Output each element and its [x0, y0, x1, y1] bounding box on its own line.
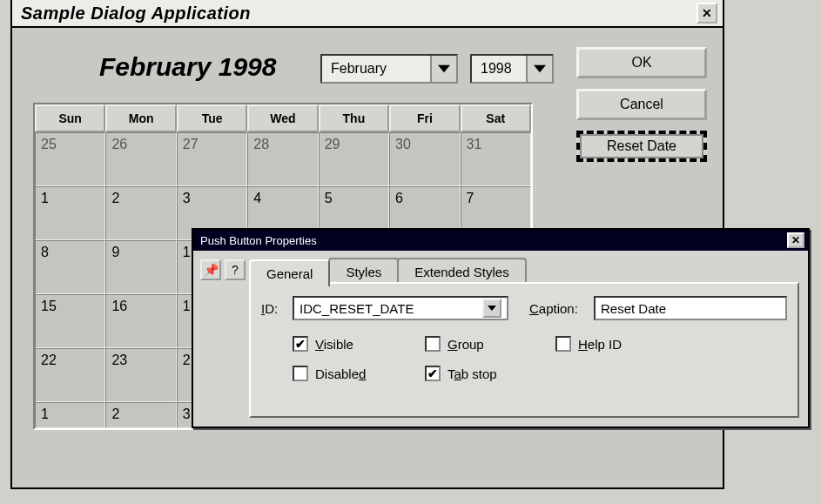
- year-select[interactable]: 1998: [470, 54, 554, 84]
- tab-extended-styles[interactable]: Extended Styles: [397, 258, 526, 285]
- ok-button-label: OK: [631, 55, 651, 71]
- helpid-label: Help ID: [578, 337, 622, 352]
- calendar-header-sun: Sun: [35, 104, 105, 132]
- helpid-checkbox[interactable]: Help ID: [555, 336, 622, 352]
- year-select-value: 1998: [472, 61, 526, 77]
- id-value: IDC_RESET_DATE: [299, 301, 414, 316]
- calendar-header-fri: Fri: [389, 104, 460, 132]
- tab-styles-label: Styles: [346, 265, 381, 279]
- caption-label: Caption:: [529, 301, 578, 316]
- calendar-cell[interactable]: 15: [35, 294, 105, 348]
- month-select-value: February: [322, 61, 430, 77]
- calendar-cell[interactable]: 28: [247, 132, 318, 186]
- calendar-month-heading: February 1998: [99, 52, 276, 82]
- calendar-cell[interactable]: 16: [105, 294, 176, 348]
- calendar-cell[interactable]: 1: [35, 186, 105, 240]
- svg-marker-2: [488, 306, 496, 311]
- main-dialog-close-button[interactable]: ✕: [697, 3, 717, 24]
- id-label: ID:: [261, 301, 278, 316]
- chevron-down-icon: [534, 64, 546, 73]
- calendar-header-thu: Thu: [319, 104, 389, 132]
- svg-marker-0: [438, 65, 450, 72]
- calendar-header-row: Sun Mon Tue Wed Thu Fri Sat: [35, 104, 531, 132]
- properties-tabbar: General Styles Extended Styles: [249, 258, 525, 285]
- calendar-cell[interactable]: 2: [105, 186, 176, 240]
- id-dropdown-button[interactable]: [482, 299, 501, 318]
- calendar-cell[interactable]: 27: [177, 132, 247, 186]
- tab-general[interactable]: General: [249, 259, 330, 286]
- calendar-header-mon: Mon: [105, 104, 176, 132]
- visible-checkbox[interactable]: ✔ Visible: [293, 336, 353, 352]
- calendar-cell[interactable]: 1: [35, 402, 105, 428]
- disabled-label: Disabled: [315, 366, 366, 381]
- calendar-cell[interactable]: 25: [35, 132, 105, 186]
- main-dialog-titlebar: Sample Dialog Application ✕: [12, 0, 723, 28]
- year-select-dropdown-button[interactable]: [526, 56, 552, 82]
- checkbox-icon: [425, 336, 441, 352]
- month-select-dropdown-button[interactable]: [430, 56, 456, 82]
- main-dialog-title: Sample Dialog Application: [21, 3, 251, 24]
- month-select[interactable]: February: [320, 54, 458, 84]
- calendar-header-tue: Tue: [177, 104, 247, 132]
- properties-tool-icons: 📌 ?: [200, 259, 246, 280]
- calendar-row: 25262728293031: [35, 132, 531, 186]
- calendar-cell[interactable]: 23: [105, 348, 176, 402]
- close-icon: ✕: [791, 234, 800, 246]
- properties-close-button[interactable]: ✕: [787, 232, 804, 248]
- calendar-cell[interactable]: 26: [105, 132, 176, 186]
- tab-styles[interactable]: Styles: [328, 258, 399, 285]
- id-combobox[interactable]: IDC_RESET_DATE: [293, 296, 508, 320]
- checkbox-icon: ✔: [293, 336, 308, 352]
- chevron-down-icon: [438, 64, 450, 73]
- properties-body: 📌 ? General Styles Extended Styles ID: I…: [193, 251, 808, 427]
- pin-icon[interactable]: 📌: [200, 259, 221, 280]
- properties-title: Push Button Properties: [200, 234, 317, 247]
- cancel-button-label: Cancel: [620, 97, 663, 112]
- calendar-header-sat: Sat: [461, 104, 531, 132]
- ok-button[interactable]: OK: [576, 47, 707, 78]
- group-label: Group: [448, 337, 484, 352]
- caption-input[interactable]: Reset Date: [594, 296, 787, 320]
- reset-date-button[interactable]: Reset Date: [576, 131, 707, 162]
- calendar-cell[interactable]: 30: [389, 132, 460, 186]
- visible-label: Visible: [315, 337, 353, 352]
- properties-panel-general: ID: IDC_RESET_DATE Caption: Reset Date ✔…: [249, 282, 799, 418]
- properties-titlebar: Push Button Properties ✕: [193, 230, 808, 251]
- tabstop-label: Tab stop: [448, 366, 497, 381]
- calendar-cell[interactable]: 31: [461, 132, 531, 186]
- tabstop-checkbox[interactable]: ✔ Tab stop: [425, 366, 497, 381]
- disabled-checkbox[interactable]: Disabled: [293, 366, 366, 381]
- group-checkbox[interactable]: Group: [425, 336, 484, 352]
- tab-general-label: General: [266, 266, 313, 281]
- tab-extended-styles-label: Extended Styles: [414, 265, 508, 279]
- checkbox-icon: [293, 366, 308, 381]
- svg-marker-1: [534, 65, 546, 72]
- calendar-header-wed: Wed: [247, 104, 318, 132]
- properties-window: Push Button Properties ✕ 📌 ? General Sty…: [192, 228, 810, 428]
- close-icon: ✕: [702, 6, 712, 20]
- calendar-cell[interactable]: 2: [105, 402, 176, 428]
- chevron-down-icon: [488, 306, 496, 311]
- checkbox-icon: ✔: [425, 366, 441, 381]
- calendar-cell[interactable]: 22: [35, 348, 105, 402]
- calendar-cell[interactable]: 9: [105, 240, 176, 294]
- calendar-cell[interactable]: 29: [319, 132, 389, 186]
- caption-value: Reset Date: [601, 301, 666, 316]
- reset-date-button-label: Reset Date: [607, 138, 676, 154]
- help-icon[interactable]: ?: [225, 259, 246, 280]
- cancel-button[interactable]: Cancel: [576, 89, 707, 120]
- checkbox-icon: [555, 336, 571, 352]
- calendar-cell[interactable]: 8: [35, 240, 105, 294]
